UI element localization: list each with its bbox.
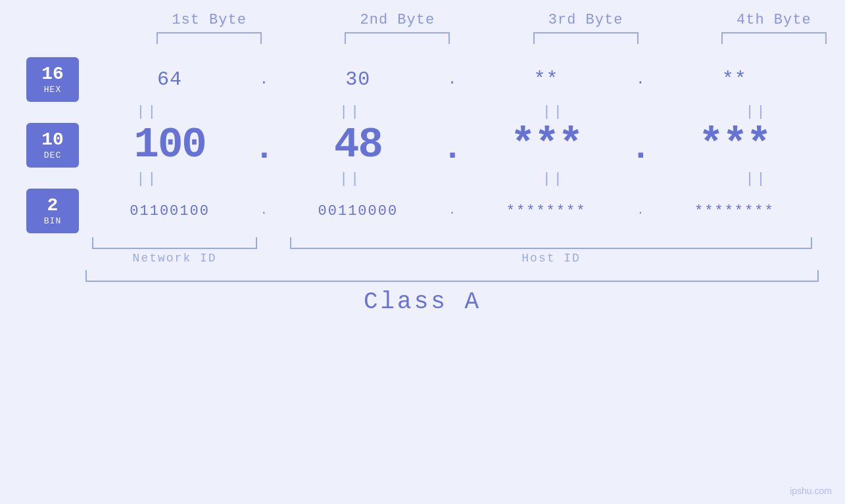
dec-base-label: DEC [44,150,61,160]
bracket-cell-1 [125,32,293,44]
eq2-1: || [56,171,239,187]
byte-header-3: 3rd Byte [502,12,670,28]
hex-byte-1: 64 [85,68,254,91]
top-bracket-row [66,32,845,44]
byte-header-2: 2nd Byte [313,12,481,28]
byte-header-4: 4th Byte [690,12,845,28]
net-bracket-wrapper [85,237,264,249]
eq1-2: || [259,104,443,120]
bracket-cell-3 [502,32,670,44]
bottom-bracket-container [26,237,819,249]
outer-bracket [85,270,819,282]
id-labels-row: Network ID Host ID [26,252,819,265]
outer-bracket-row [26,270,819,282]
hex-label-box: 16 HEX [26,57,79,102]
hex-dot-1: . [254,72,274,88]
bin-base-num: 2 [47,196,59,216]
hex-dot-3: . [631,72,650,88]
net-id-bracket [92,237,257,249]
bracket-cell-4 [690,32,845,44]
dec-dot-1: . [254,129,274,168]
network-id-label: Network ID [85,252,264,265]
dec-bytes: 100 . 48 . *** . *** [85,122,819,169]
class-a-label: Class A [364,288,481,315]
main-container: 1st Byte 2nd Byte 3rd Byte 4th Byte 16 H… [0,0,845,504]
host-id-label: Host ID [283,252,819,265]
bin-byte-4: ******** [650,203,819,219]
hex-byte-4: ** [650,68,819,91]
dec-dot-2: . [443,129,462,168]
dec-label-box: 10 DEC [26,123,79,168]
bracket-cell-2 [313,32,481,44]
bin-dot-3: . [631,205,650,217]
eq1-1: || [56,104,239,120]
eq2-4: || [665,171,845,187]
hex-byte-3: ** [462,68,631,91]
hex-byte-2: 30 [274,68,442,91]
top-bracket-2 [345,32,450,44]
dec-byte-1: 100 [85,122,254,169]
watermark: ipshu.com [790,486,832,496]
bin-dot-2: . [443,205,462,217]
dec-byte-3: *** [462,122,631,169]
dec-byte-4: *** [650,122,819,169]
byte-headers-row: 1st Byte 2nd Byte 3rd Byte 4th Byte [66,12,845,28]
bin-row: 2 BIN 01100100 . 00110000 . ******** . *… [26,189,819,233]
hex-row: 16 HEX 64 . 30 . ** . ** [26,57,819,102]
hex-base-label: HEX [44,85,61,95]
equals-row-2: || || || || [56,169,845,189]
dec-dot-3: . [631,129,650,168]
dec-row: 10 DEC 100 . 48 . *** . *** [26,122,819,169]
bin-byte-2: 00110000 [274,203,442,219]
bin-byte-3: ******** [462,203,631,219]
equals-row-1: || || || || [56,102,845,122]
bin-label-box: 2 BIN [26,189,79,233]
top-bracket-1 [157,32,262,44]
eq2-2: || [259,171,443,187]
top-bracket-3 [533,32,639,44]
class-a-row: Class A [26,288,819,315]
hex-dot-2: . [443,72,462,88]
bottom-brackets [85,237,819,249]
bin-byte-1: 01100100 [85,203,254,219]
host-id-bracket [290,237,812,249]
eq2-3: || [462,171,646,187]
bin-bytes: 01100100 . 00110000 . ******** . *******… [85,203,819,219]
top-bracket-4 [721,32,827,44]
dec-byte-2: 48 [274,122,442,169]
bin-dot-1: . [254,205,274,217]
eq1-3: || [462,104,646,120]
host-bracket-wrapper [283,237,819,249]
byte-header-1: 1st Byte [125,12,293,28]
hex-base-num: 16 [41,64,64,85]
dec-base-num: 10 [41,130,64,150]
eq1-4: || [665,104,845,120]
hex-bytes: 64 . 30 . ** . ** [85,68,819,91]
bin-base-label: BIN [44,216,61,226]
